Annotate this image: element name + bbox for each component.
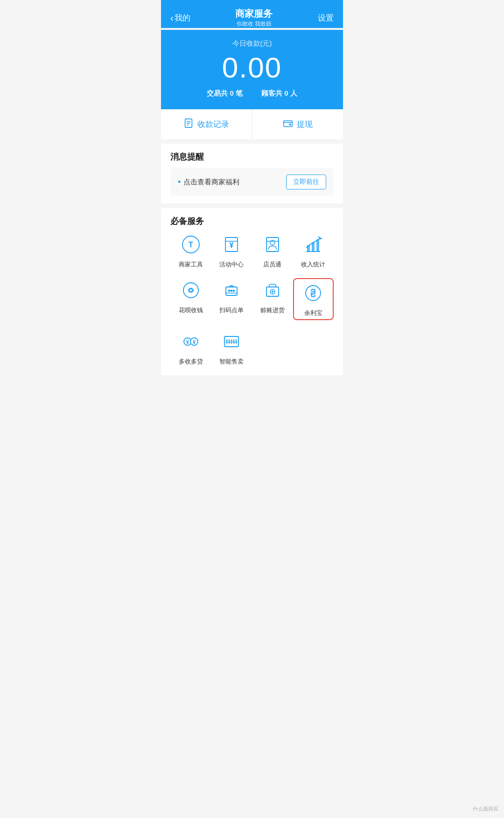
transactions-suffix: 笔	[236, 89, 243, 97]
svg-rect-23	[233, 290, 235, 292]
amount-stats: 交易共 0 笔 顾客共 0 人	[170, 89, 334, 98]
action-bar: 收款记录 提现	[161, 109, 343, 139]
customers-prefix: 顾客共	[261, 89, 282, 97]
transactions-prefix: 交易共	[207, 89, 228, 97]
yulibao-icon	[301, 281, 325, 305]
messages-title: 消息提醒	[170, 151, 334, 162]
service-multi-collect[interactable]: ¥ ¥ 多收多贷	[170, 329, 211, 366]
service-income-stats[interactable]: 收入统计	[293, 232, 334, 269]
svg-point-5	[289, 124, 291, 126]
page-title: 商家服务	[235, 7, 273, 20]
svg-point-19	[183, 283, 198, 298]
svg-text:T: T	[189, 241, 193, 249]
customers-stat: 顾客共 0 人	[261, 89, 297, 98]
withdraw-label: 提现	[297, 119, 313, 130]
service-smart-sell[interactable]: 智能售卖	[211, 329, 252, 366]
restock-icon	[260, 278, 285, 302]
transactions-stat: 交易共 0 笔	[207, 89, 243, 98]
service-activity-center[interactable]: ¥ 活动中心	[211, 232, 252, 269]
service-merchant-tools[interactable]: T 商家工具	[170, 232, 211, 269]
smart-sell-label: 智能售卖	[219, 357, 244, 366]
withdraw-button[interactable]: 提现	[252, 110, 343, 139]
income-stats-icon	[301, 232, 325, 257]
services-title: 必备服务	[170, 216, 334, 227]
message-content: 点击查看商家福利	[183, 178, 239, 187]
staff-connect-icon	[260, 232, 285, 257]
customers-suffix: 人	[290, 89, 297, 97]
amount-area: 今日收款(元) 0.00 交易共 0 笔 顾客共 0 人	[161, 30, 343, 109]
service-yulibao[interactable]: 余利宝	[293, 278, 334, 320]
amount-label: 今日收款(元)	[170, 39, 334, 48]
bullet-icon: •	[178, 177, 181, 187]
transactions-count: 0	[230, 89, 233, 97]
svg-text:¥: ¥	[193, 339, 196, 345]
huabei-collect-icon	[179, 278, 203, 302]
multi-collect-label: 多收多贷	[179, 357, 203, 366]
scan-order-label: 扫码点单	[219, 306, 244, 315]
records-label: 收款记录	[197, 119, 229, 130]
svg-rect-17	[316, 239, 319, 252]
svg-text:¥: ¥	[186, 339, 189, 345]
messages-section: 消息提醒 • 点击查看商家福利 立即前往	[161, 144, 343, 203]
settings-button[interactable]: 设置	[318, 13, 334, 23]
activity-center-label: 活动中心	[219, 260, 244, 269]
records-button[interactable]: 收款记录	[161, 110, 252, 139]
header-center: 商家服务 你敢收 我敢赔	[235, 7, 273, 28]
header: ‹ 我的 商家服务 你敢收 我敢赔 设置	[161, 0, 343, 28]
multi-collect-icon: ¥ ¥	[179, 329, 203, 354]
goto-button[interactable]: 立即前往	[286, 175, 326, 189]
staff-connect-label: 店员通	[263, 260, 281, 269]
svg-point-20	[189, 289, 192, 292]
merchant-tools-label: 商家工具	[179, 260, 203, 269]
back-button[interactable]: ‹ 我的	[170, 13, 190, 23]
customers-count: 0	[284, 89, 288, 97]
service-restock[interactable]: 赊账进货	[252, 278, 293, 320]
service-huabei-collect[interactable]: 花呗收钱	[170, 278, 211, 320]
svg-rect-24	[231, 290, 232, 292]
message-text: • 点击查看商家福利	[178, 177, 239, 187]
section-gap-1	[161, 139, 343, 144]
scan-order-icon	[219, 278, 244, 302]
svg-rect-22	[228, 290, 230, 292]
receipt-icon	[183, 118, 194, 131]
svg-text:¥: ¥	[230, 241, 234, 249]
page-subtitle: 你敢收 我敢赔	[235, 20, 273, 28]
income-stats-label: 收入统计	[301, 260, 325, 269]
amount-value: 0.00	[170, 52, 334, 84]
huabei-collect-label: 花呗收钱	[179, 306, 203, 315]
restock-label: 赊账进货	[260, 306, 285, 315]
section-gap-2	[161, 203, 343, 208]
back-label: 我的	[175, 13, 190, 23]
svg-rect-4	[284, 121, 292, 127]
activity-center-icon: ¥	[219, 232, 244, 257]
service-staff-connect[interactable]: 店员通	[252, 232, 293, 269]
merchant-tools-icon: T	[179, 232, 203, 257]
services-grid: T 商家工具 ¥ 活动中心	[170, 232, 334, 366]
wallet-icon	[283, 118, 293, 131]
back-chevron-icon: ‹	[170, 13, 174, 23]
smart-sell-icon	[219, 329, 244, 354]
services-section: 必备服务 T 商家工具 ¥ 活动中心	[161, 208, 343, 375]
message-box: • 点击查看商家福利 立即前往	[170, 168, 334, 196]
service-scan-order[interactable]: 扫码点单	[211, 278, 252, 320]
yulibao-label: 余利宝	[304, 309, 322, 317]
